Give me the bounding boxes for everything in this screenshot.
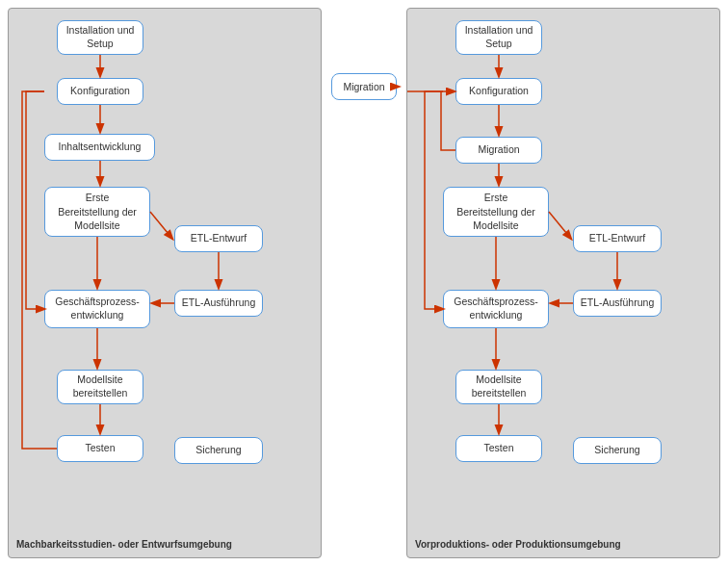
node-migration-right: Migration bbox=[455, 137, 542, 164]
node-etlausfuehrung-right: ETL-Ausführung bbox=[573, 290, 662, 317]
node-geschaeft-right: Geschäftsprozess-entwicklung bbox=[443, 290, 549, 328]
left-panel-label: Machbarkeitsstudien- oder Entwurfsumgebu… bbox=[16, 539, 232, 550]
right-panel-label: Vorproduktions- oder Produktionsumgebung bbox=[415, 539, 621, 550]
node-konfiguration-right: Konfiguration bbox=[455, 78, 542, 105]
node-sicherung-right: Sicherung bbox=[573, 437, 662, 464]
node-etlausfuehrung-left: ETL-Ausführung bbox=[174, 290, 263, 317]
middle-section: Migration bbox=[329, 8, 399, 558]
node-modellsite-right: Modellsitebereitstellen bbox=[455, 370, 542, 404]
node-etlentwurf-right: ETL-Entwurf bbox=[573, 225, 662, 252]
right-panel: Installation undSetup Konfiguration Migr… bbox=[406, 8, 720, 558]
node-installation-left: Installation undSetup bbox=[57, 20, 143, 55]
svg-line-8 bbox=[150, 212, 172, 239]
svg-line-18 bbox=[549, 212, 571, 239]
node-sicherung-left: Sicherung bbox=[174, 437, 263, 464]
node-erste-left: ErsteBereitstellung derModellsite bbox=[44, 187, 150, 237]
node-testen-right: Testen bbox=[455, 435, 542, 462]
arrows-right bbox=[407, 9, 719, 557]
node-inhaltsentwicklung-left: Inhaltsentwicklung bbox=[44, 134, 155, 161]
node-testen-left: Testen bbox=[57, 435, 143, 462]
node-erste-right: ErsteBereitstellung derModellsite bbox=[443, 187, 549, 237]
node-konfiguration-left: Konfiguration bbox=[57, 78, 143, 105]
node-installation-right: Installation undSetup bbox=[455, 20, 542, 55]
middle-arrow-svg bbox=[329, 8, 399, 558]
node-modellsite-left: Modellsitebereitstellen bbox=[57, 370, 143, 404]
node-etlentwurf-left: ETL-Entwurf bbox=[174, 225, 263, 252]
main-container: Installation undSetup Konfiguration Inha… bbox=[0, 0, 728, 566]
left-panel: Installation undSetup Konfiguration Inha… bbox=[8, 8, 322, 558]
node-geschaeft-left: Geschäftsprozess-entwicklung bbox=[44, 290, 150, 328]
arrows-left bbox=[9, 9, 321, 557]
